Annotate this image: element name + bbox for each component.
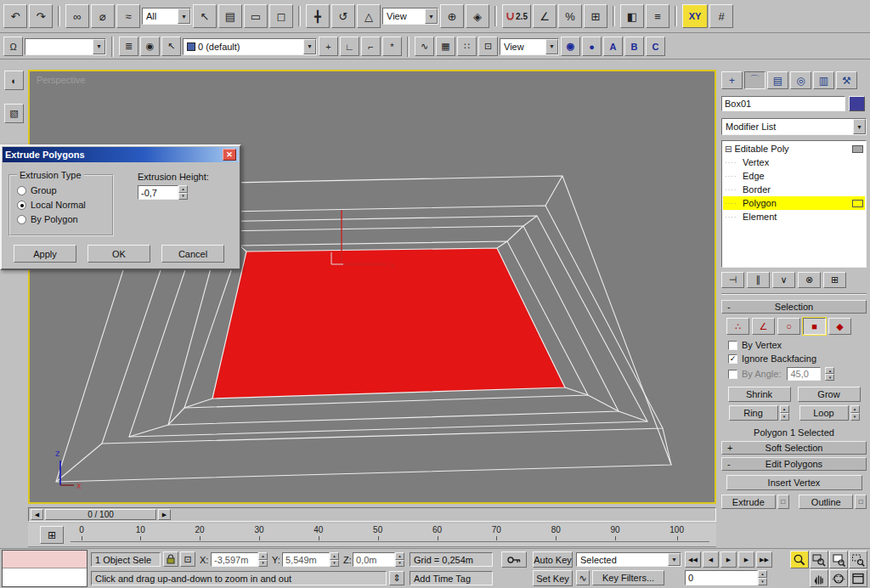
percent-snap-toggle-icon[interactable]: % bbox=[558, 4, 582, 28]
ring-spinner[interactable]: ▴▾ bbox=[780, 405, 789, 421]
quick-render-icon[interactable]: ● bbox=[582, 37, 602, 56]
select-by-name-icon[interactable]: ▤ bbox=[218, 4, 242, 28]
ignore-backfacing-checkbox[interactable]: ✓ bbox=[728, 354, 737, 364]
redo-icon[interactable]: ↷ bbox=[29, 4, 53, 28]
soft-selection-rollout-header[interactable]: + Soft Selection bbox=[721, 441, 867, 455]
apply-button[interactable]: Apply bbox=[14, 245, 76, 263]
outline-settings-button[interactable]: □ bbox=[855, 495, 867, 509]
angle-input[interactable]: 45,0 bbox=[787, 367, 821, 381]
radio-option-group[interactable]: Group bbox=[17, 185, 105, 195]
curve-editor-icon[interactable]: ∿ bbox=[415, 37, 434, 56]
chevron-down-icon[interactable]: ▼ bbox=[545, 39, 558, 54]
selection-filter-dropdown[interactable]: All ▼ bbox=[142, 8, 191, 25]
viewport-label[interactable]: Perspective bbox=[37, 75, 85, 85]
absolute-offset-mode-toggle-icon[interactable]: ⊡ bbox=[180, 551, 195, 567]
current-frame-spinner[interactable]: ▴▾ bbox=[758, 570, 767, 585]
chevron-down-icon[interactable]: ▼ bbox=[425, 8, 438, 24]
stack-swatch-yellow[interactable] bbox=[852, 200, 863, 207]
snaps-toggle-25-icon[interactable]: 2.5 bbox=[502, 4, 531, 28]
angle-snap-toggle-icon[interactable]: ∠ bbox=[533, 4, 556, 28]
chevron-down-icon[interactable]: ▼ bbox=[178, 8, 190, 24]
chevron-down-icon[interactable]: ▼ bbox=[668, 553, 681, 566]
bind-to-space-warp-icon[interactable]: ≈ bbox=[116, 4, 140, 28]
collapse-icon[interactable]: ⊟ bbox=[725, 144, 732, 154]
render-view-dropdown[interactable]: View ▼ bbox=[500, 38, 559, 55]
create-new-layer-icon[interactable]: + bbox=[319, 37, 338, 56]
current-frame-input[interactable]: 0 bbox=[685, 570, 758, 585]
tab-display-icon[interactable]: ▥ bbox=[813, 71, 834, 89]
maxscript-mini-listener[interactable] bbox=[2, 550, 88, 587]
align-icon[interactable]: ≡ bbox=[646, 4, 669, 28]
y-coordinate-input[interactable]: 5,549m bbox=[282, 552, 330, 567]
shrink-button[interactable]: Shrink bbox=[728, 387, 791, 402]
selection-rollout-header[interactable]: - Selection bbox=[721, 300, 867, 314]
pan-icon[interactable] bbox=[810, 569, 828, 587]
extrusion-height-input[interactable]: -0,7 bbox=[138, 185, 178, 200]
render-shortcut-button[interactable]: C bbox=[646, 37, 665, 56]
listener-macro-pane[interactable] bbox=[3, 551, 87, 568]
loop-button[interactable]: Loop bbox=[799, 405, 849, 421]
schematic-view-icon[interactable]: ▦ bbox=[436, 37, 455, 56]
ok-button[interactable]: OK bbox=[88, 245, 150, 263]
mirror-icon[interactable]: ◧ bbox=[620, 4, 644, 28]
by-angle-checkbox[interactable] bbox=[728, 370, 737, 379]
insert-vertex-button[interactable]: Insert Vertex bbox=[726, 475, 862, 490]
unlink-selection-icon[interactable]: ⌀ bbox=[91, 4, 115, 28]
radio-icon[interactable] bbox=[17, 186, 26, 195]
add-time-tag-field[interactable]: Add Time Tag bbox=[410, 571, 493, 585]
dialog-titlebar[interactable]: Extrude Polygons ✕ bbox=[3, 147, 239, 162]
chart-utility-icon[interactable]: ▧ bbox=[4, 104, 24, 123]
object-name-field[interactable]: Box01 bbox=[721, 96, 845, 111]
material-editor-icon[interactable]: ∷ bbox=[457, 37, 477, 56]
reference-coordinate-system-dropdown[interactable]: View ▼ bbox=[382, 8, 438, 25]
extrude-button[interactable]: Extrude bbox=[721, 495, 776, 509]
pin-stack-icon[interactable]: ⊣ bbox=[721, 272, 744, 288]
tab-motion-icon[interactable]: ◎ bbox=[790, 71, 811, 89]
select-object-icon[interactable]: ↖ bbox=[193, 4, 217, 28]
radio-option-local-normal[interactable]: Local Normal bbox=[17, 200, 105, 210]
axis-constraint-xy-button[interactable]: XY bbox=[682, 4, 708, 28]
tab-create-icon[interactable]: + bbox=[721, 71, 743, 89]
perspective-viewport[interactable]: x z x Perspective bbox=[28, 70, 716, 504]
set-key-button[interactable]: Set Key bbox=[533, 570, 573, 586]
stack-row-element[interactable]: ····Element bbox=[723, 210, 865, 223]
loop-spinner[interactable]: ▴▾ bbox=[850, 405, 860, 421]
tab-modify-icon[interactable]: ⌒ bbox=[744, 71, 765, 89]
layer-manager-icon[interactable]: ≣ bbox=[119, 37, 138, 56]
zoom-all-icon[interactable] bbox=[810, 551, 828, 568]
play-animation-icon[interactable]: ▶ bbox=[720, 551, 737, 568]
z-spinner[interactable]: ▴▾ bbox=[395, 552, 404, 567]
set-keys-icon[interactable] bbox=[501, 551, 527, 568]
remove-modifier-icon[interactable]: ⊗ bbox=[798, 272, 821, 288]
listener-output-pane[interactable] bbox=[3, 568, 87, 586]
stack-row-editable-poly[interactable]: ⊟ Editable Poly bbox=[723, 142, 865, 155]
go-to-start-icon[interactable]: ◀◀ bbox=[685, 551, 701, 568]
select-and-manipulate-icon[interactable]: ◈ bbox=[466, 4, 489, 28]
x-coordinate-input[interactable]: -3,597m bbox=[211, 552, 258, 567]
layer-dropdown[interactable]: 0 (default) ▼ bbox=[183, 38, 317, 55]
select-and-move-icon[interactable]: ╋ bbox=[306, 4, 330, 28]
extrude-settings-button[interactable]: □ bbox=[777, 495, 789, 509]
zoom-icon[interactable] bbox=[790, 551, 809, 568]
zoom-extents-icon[interactable] bbox=[829, 551, 848, 568]
outline-button[interactable]: Outline bbox=[799, 495, 853, 509]
by-vertex-checkbox[interactable] bbox=[728, 341, 737, 350]
render-shortcut-button[interactable]: A bbox=[603, 37, 623, 56]
viewport-canvas[interactable]: x z x bbox=[30, 71, 715, 502]
grid-snap-icon[interactable]: # bbox=[709, 4, 733, 28]
undo-icon[interactable]: ↶ bbox=[3, 4, 27, 28]
stack-swatch-gray[interactable] bbox=[852, 145, 863, 153]
use-pivot-point-center-icon[interactable]: ⊕ bbox=[440, 4, 464, 28]
stack-row-vertex[interactable]: ····Vertex bbox=[723, 155, 865, 169]
select-and-link-icon[interactable]: ∞ bbox=[65, 4, 89, 28]
time-slider-next-icon[interactable]: ▶ bbox=[158, 509, 171, 520]
x-spinner[interactable]: ▴▾ bbox=[258, 552, 268, 567]
border-mode-icon[interactable]: ○ bbox=[777, 318, 800, 335]
grow-button[interactable]: Grow bbox=[798, 387, 861, 402]
rectangular-selection-region-icon[interactable]: ▭ bbox=[244, 4, 268, 28]
angle-spinner[interactable]: ▴▾ bbox=[825, 367, 834, 381]
z-coordinate-input[interactable]: 0,0m bbox=[353, 552, 395, 567]
chevron-down-icon[interactable]: ▼ bbox=[93, 39, 105, 54]
time-slider-prev-icon[interactable]: ◀ bbox=[31, 509, 43, 520]
previous-frame-icon[interactable]: ◀ bbox=[703, 551, 719, 568]
